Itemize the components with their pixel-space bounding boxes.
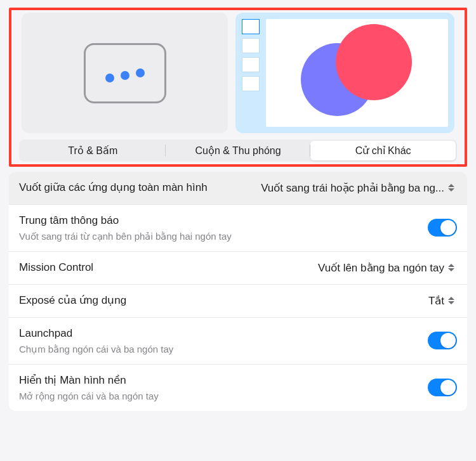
settings-list: Vuốt giữa các ứng dụng toàn màn hình Vuố… [9,172,467,411]
trackpad-settings-pane: Trỏ & Bấm Cuộn & Thu phóng Cử chỉ Khác V… [0,8,476,411]
row-title: Exposé của ứng dụng [19,294,416,308]
row-swipe-fullscreen-apps: Vuốt giữa các ứng dụng toàn màn hình Vuố… [9,172,467,205]
filmstrip-thumb [242,57,260,72]
dropdown-value: Tắt [428,294,444,308]
row-launchpad: Launchpad Chụm bằng ngón cái và ba ngón … [9,318,467,365]
notification-center-toggle[interactable] [428,219,457,237]
filmstrip-thumb [242,38,260,53]
row-title: Launchpad [19,327,415,341]
mission-control-dropdown[interactable]: Vuốt lên bằng ba ngón tay [318,261,457,275]
show-desktop-toggle[interactable] [428,379,457,396]
row-title: Vuốt giữa các ứng dụng toàn màn hình [19,181,248,195]
row-subtitle: Chụm bằng ngón cái và ba ngón tay [19,344,415,355]
dropdown-value: Vuốt sang trái hoặc phải bằng ba ng... [261,181,444,195]
preview-row [14,13,462,140]
preview-filmstrip [242,19,260,127]
row-app-expose: Exposé của ứng dụng Tắt [9,285,467,318]
gesture-preview-video [235,13,454,133]
finger-dot-icon [121,71,129,80]
preview-shape-icon [336,24,412,100]
row-subtitle: Vuốt sang trái từ cạnh bên phải bằng hai… [19,231,415,242]
row-subtitle: Mở rộng ngón cái và ba ngón tay [19,391,415,402]
tab-bar: Trỏ & Bấm Cuộn & Thu phóng Cử chỉ Khác [19,140,457,162]
tab-scroll-zoom[interactable]: Cuộn & Thu phóng [166,141,311,160]
filmstrip-thumb [242,76,260,91]
row-notification-center: Trung tâm thông báo Vuốt sang trái từ cạ… [9,205,467,252]
app-expose-dropdown[interactable]: Tắt [428,294,457,308]
tab-point-click[interactable]: Trỏ & Bấm [20,141,166,160]
preview-main-frame [266,19,448,127]
finger-dot-icon [136,68,145,77]
filmstrip-thumb [242,19,260,34]
row-title: Hiển thị Màn hình nền [19,373,415,388]
row-show-desktop: Hiển thị Màn hình nền Mở rộng ngón cái v… [9,365,467,411]
annotation-highlight: Trỏ & Bấm Cuộn & Thu phóng Cử chỉ Khác [9,8,467,167]
row-mission-control: Mission Control Vuốt lên bằng ba ngón ta… [9,252,467,285]
row-title: Mission Control [19,261,305,275]
launchpad-toggle[interactable] [428,332,457,349]
finger-dot-icon [105,74,114,82]
trackpad-icon [84,43,166,103]
chevron-updown-icon [448,294,457,307]
chevron-updown-icon [448,261,457,274]
swipe-apps-dropdown[interactable]: Vuốt sang trái hoặc phải bằng ba ng... [261,181,457,195]
chevron-updown-icon [448,181,457,194]
dropdown-value: Vuốt lên bằng ba ngón tay [318,261,444,275]
row-title: Trung tâm thông báo [19,214,415,228]
tab-more-gestures[interactable]: Cử chỉ Khác [310,141,456,160]
gesture-preview-trackpad [22,13,228,133]
